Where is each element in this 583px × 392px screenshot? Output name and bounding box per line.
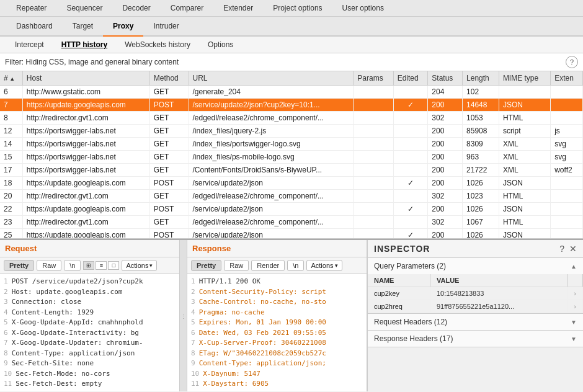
line-number: 10	[4, 370, 12, 378]
request-panel-content[interactable]: 1POST /service/update2/json?cup2k2Host: …	[0, 274, 179, 391]
request-line: 10Sec-Fetch-Mode: no-cors	[4, 369, 176, 380]
inspector-close-icon[interactable]: ✕	[569, 244, 577, 254]
line-number: 12	[4, 390, 12, 392]
col-num[interactable]: #	[0, 71, 22, 86]
subtab-http-history[interactable]: HTTP history	[53, 37, 116, 53]
cell-exten: svg	[551, 138, 583, 151]
cell-mime: XML	[499, 164, 550, 177]
request-view-single-icon[interactable]: □	[108, 261, 119, 270]
inspector-query-params-header[interactable]: Query Parameters (2) ▲	[368, 258, 583, 274]
cell-edited	[393, 112, 428, 125]
col-method[interactable]: Method	[149, 71, 189, 86]
request-view-list-icon[interactable]: ≡	[96, 261, 107, 270]
col-edited[interactable]: Edited	[393, 71, 428, 86]
cell-host: https://update.googleapis.com	[22, 177, 149, 190]
filter-help-button[interactable]: ?	[566, 56, 578, 68]
top-nav-sequencer[interactable]: Sequencer	[56, 0, 112, 16]
table-row[interactable]: 22 https://update.googleapis.com POST /s…	[0, 203, 583, 216]
cell-method: GET	[149, 112, 189, 125]
subtab-websockets-history[interactable]: WebSockets history	[116, 37, 199, 53]
table-row[interactable]: 23 http://redirector.gvt1.com GET /edged…	[0, 216, 583, 229]
cell-host: https://portswigger-labs.net	[22, 138, 149, 151]
cell-edited	[393, 151, 428, 164]
top-nav-repeater[interactable]: Repeater	[6, 0, 56, 16]
request-actions-button[interactable]: Actions ▾	[122, 260, 157, 271]
sub-tabs: Intercept HTTP history WebSockets histor…	[0, 37, 583, 53]
top-nav-comparer[interactable]: Comparer	[161, 0, 213, 16]
line-number: 6	[4, 329, 8, 337]
table-row[interactable]: 6 http://www.gstatic.com GET /generate_2…	[0, 86, 583, 99]
line-text: Host: update.googleapis.com	[12, 288, 123, 296]
cell-exten	[551, 229, 583, 239]
line-number: 8	[4, 349, 8, 357]
tab-dashboard[interactable]: Dashboard	[6, 17, 63, 37]
cell-url: /generate_204	[189, 86, 354, 99]
top-nav-extender[interactable]: Extender	[213, 0, 263, 16]
filter-text[interactable]: Filter: Hiding CSS, image and general bi…	[5, 58, 566, 66]
tab-intruder[interactable]: Intruder	[143, 17, 189, 37]
line-text: Sec-Fetch-Dest: empty	[16, 380, 102, 388]
param-value: 91ff875655221e5a1120...	[430, 300, 567, 313]
subtab-options[interactable]: Options	[199, 37, 242, 53]
tab-proxy[interactable]: Proxy	[103, 17, 143, 37]
response-panel: Response Pretty Raw Render \n Actions ▾ …	[187, 240, 367, 391]
col-params[interactable]: Params	[354, 71, 393, 86]
response-raw-button[interactable]: Raw	[224, 260, 249, 271]
table-row[interactable]: 17 https://portswigger-labs.net GET /Con…	[0, 164, 583, 177]
inspector-param-row[interactable]: cup2hreq 91ff875655221e5a1120... ›	[368, 300, 583, 313]
col-url[interactable]: URL	[189, 71, 354, 86]
table-row[interactable]: 15 https://portswigger-labs.net GET /ind…	[0, 151, 583, 164]
line-number: 7	[4, 339, 8, 347]
cell-url: /service/update2/json?cup2key=10:1...	[189, 99, 354, 112]
inspector-response-headers-header[interactable]: Response Headers (17) ▼	[368, 331, 583, 347]
top-nav-project-options[interactable]: Project options	[263, 0, 332, 16]
cell-url: /service/update2/json	[189, 203, 354, 216]
subtab-intercept[interactable]: Intercept	[6, 37, 53, 53]
cell-status: 200	[428, 138, 463, 151]
col-host[interactable]: Host	[22, 71, 149, 86]
table-row[interactable]: 20 http://redirector.gvt1.com GET /edged…	[0, 190, 583, 203]
cell-exten	[551, 99, 583, 112]
cell-method: GET	[149, 125, 189, 138]
col-status[interactable]: Status	[428, 71, 463, 86]
line-text: POST /service/update2/json?cup2k	[12, 277, 143, 285]
inspector-param-row[interactable]: cup2key 10:1548213833 ›	[368, 287, 583, 300]
table-row[interactable]: 25 https://update.googleapis.com POST /s…	[0, 229, 583, 239]
inspector-help-icon[interactable]: ?	[559, 244, 564, 254]
top-nav-user-options[interactable]: User options	[332, 0, 394, 16]
request-line: 11Sec-Fetch-Dest: empty	[4, 379, 176, 390]
cell-host: https://portswigger-labs.net	[22, 164, 149, 177]
request-pretty-button[interactable]: Pretty	[4, 260, 34, 271]
table-row[interactable]: 7 https://update.googleapis.com POST /se…	[0, 99, 583, 112]
cell-method: POST	[149, 229, 189, 239]
cell-length: 102	[463, 86, 499, 99]
cell-edited	[393, 190, 428, 203]
col-mime[interactable]: MIME type	[499, 71, 550, 86]
request-newline-button[interactable]: \n	[64, 260, 81, 271]
response-actions-button[interactable]: Actions ▾	[306, 260, 342, 271]
cell-length: 963	[463, 151, 499, 164]
table-row[interactable]: 14 https://portswigger-labs.net GET /ind…	[0, 138, 583, 151]
cell-length: 14648	[463, 99, 499, 112]
cell-edited	[393, 138, 428, 151]
col-length[interactable]: Length	[463, 71, 499, 86]
line-number: 8	[191, 349, 195, 357]
table-row[interactable]: 8 http://redirector.gvt1.com GET /edgedl…	[0, 112, 583, 125]
inspector-query-params-section: Query Parameters (2) ▲ NAME VALUE cup2ke…	[368, 258, 583, 314]
response-newline-button[interactable]: \n	[287, 260, 304, 271]
request-view-split-icon[interactable]: ⊞	[83, 261, 94, 270]
tab-target[interactable]: Target	[63, 17, 103, 37]
response-render-button[interactable]: Render	[251, 260, 285, 271]
inspector-request-headers-header[interactable]: Request Headers (12) ▼	[368, 314, 583, 330]
response-panel-content[interactable]: 1HTTP/1.1 200 OK2Content-Security-Policy…	[187, 274, 367, 391]
param-name: cup2hreq	[368, 300, 430, 313]
response-line: 8ETag: W/"30460221008c2059cb527c	[191, 349, 363, 359]
table-row[interactable]: 12 https://portswigger-labs.net GET /ind…	[0, 125, 583, 138]
top-nav-decoder[interactable]: Decoder	[112, 0, 160, 16]
line-text: Content-Type: application/json	[12, 349, 135, 357]
request-raw-button[interactable]: Raw	[37, 260, 61, 271]
col-exten[interactable]: Exten	[551, 71, 583, 86]
table-row[interactable]: 18 https://update.googleapis.com POST /s…	[0, 177, 583, 190]
line-number: 5	[191, 318, 195, 326]
response-pretty-button[interactable]: Pretty	[191, 260, 221, 271]
